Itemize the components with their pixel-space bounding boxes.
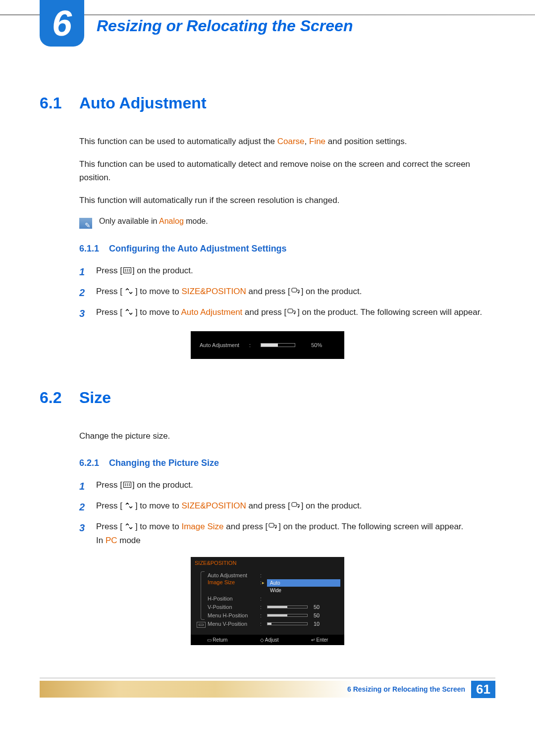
row-value: 50 xyxy=(267,604,340,610)
colon: : xyxy=(260,621,263,627)
highlight-fine: Fine xyxy=(309,137,325,146)
highlight-image-size: Image Size xyxy=(181,522,223,531)
text: and press [ xyxy=(246,501,290,510)
highlight-size-position: SIZE&POSITION xyxy=(181,287,246,296)
slider-value: 50 xyxy=(314,612,320,618)
bracket-icon xyxy=(201,571,205,620)
footer-strip xyxy=(40,681,359,698)
paragraph: Change the picture size. xyxy=(79,430,495,443)
footer-return: ▭ Return xyxy=(207,637,228,643)
row-value: 50 xyxy=(267,612,340,618)
dropdown: Auto Wide xyxy=(267,579,340,594)
note: Only available in Analog mode. xyxy=(79,217,495,229)
text: Press [ xyxy=(96,266,122,275)
text: ] on the product. xyxy=(301,287,362,296)
note-icon xyxy=(79,218,92,229)
slider-value: 50 xyxy=(314,604,320,610)
row-name: Image Size xyxy=(208,579,256,585)
text: mode. xyxy=(184,217,208,225)
slider-fill xyxy=(268,614,287,616)
page-footer: 6 Resizing or Relocating the Screen 61 xyxy=(40,681,495,698)
step: 2 Press [] to move to SIZE&POSITION and … xyxy=(79,499,495,515)
row-name: Auto Adjustment xyxy=(208,572,256,578)
step-number: 3 xyxy=(79,520,96,536)
text: ] on the product. xyxy=(132,266,193,275)
section-6-1-heading: 6.1 Auto Adjustment xyxy=(40,94,495,112)
text: This function can be used to automatical… xyxy=(79,137,277,146)
text: , xyxy=(305,137,309,146)
text: ] on the product. The following screen w… xyxy=(278,522,463,531)
osd-rows: Auto Adjustment : Image Size : Auto Wide xyxy=(208,571,340,628)
slider-fill xyxy=(268,606,287,608)
step-number: 2 xyxy=(79,499,96,515)
enter-icon xyxy=(291,285,300,298)
chapter-badge: 6 xyxy=(40,0,84,47)
colon: : xyxy=(260,596,263,602)
subsection-title: Changing the Picture Size xyxy=(109,458,219,468)
up-down-icon xyxy=(123,520,134,533)
note-text: Only available in Analog mode. xyxy=(99,217,208,226)
row-value: Auto Wide xyxy=(267,579,340,594)
text: In xyxy=(96,536,106,545)
row-name: Menu H-Position xyxy=(208,612,256,618)
text: Press [ xyxy=(96,480,122,490)
up-down-icon xyxy=(123,499,134,512)
text: ] to move to xyxy=(135,501,182,510)
colon: : xyxy=(260,604,263,610)
osd-row: V-Position : 50 xyxy=(208,603,340,611)
row-name: H-Position xyxy=(208,596,256,602)
paragraph: This function will automatically run if … xyxy=(79,194,495,207)
osd-row: Menu V-Position : 10 xyxy=(208,619,340,628)
enter-icon xyxy=(291,499,300,512)
slider xyxy=(267,622,308,625)
text: and press [ xyxy=(246,287,290,296)
function-icon xyxy=(197,622,206,628)
text: mode xyxy=(117,536,141,545)
steps-6-1-1: 1 Press [] on the product. 2 Press [] to… xyxy=(79,264,495,321)
osd-row: H-Position : xyxy=(208,594,340,603)
colon: : xyxy=(260,612,263,618)
step-number: 3 xyxy=(79,305,96,321)
enter-icon xyxy=(268,520,277,533)
osd-row: Auto Adjustment : xyxy=(208,571,340,579)
slider-fill xyxy=(268,623,271,625)
row-name: Menu V-Position xyxy=(208,621,256,627)
menu-icon: ▭ xyxy=(207,637,213,643)
highlight-coarse: Coarse xyxy=(277,137,305,146)
slider-value: 10 xyxy=(314,621,320,627)
text: Return xyxy=(213,637,227,643)
text: Press [ xyxy=(96,501,122,510)
colon: : xyxy=(260,572,263,578)
slider xyxy=(267,614,308,617)
step-body: Press [] on the product. xyxy=(96,264,495,278)
progress-bar xyxy=(261,343,295,347)
subsection-6-2-1-heading: 6.2.1 Changing the Picture Size xyxy=(79,458,495,468)
chapter-title: Resizing or Relocating the Screen xyxy=(97,17,353,35)
step-body: Press [] to move to SIZE&POSITION and pr… xyxy=(96,499,495,513)
osd-menu-body: Auto Adjustment : Image Size : Auto Wide xyxy=(191,571,344,635)
section-6-2-heading: 6.2 Size xyxy=(40,389,495,407)
svg-rect-12 xyxy=(269,523,274,527)
section-number: 6.1 xyxy=(40,94,79,112)
text: and press [ xyxy=(224,522,268,531)
text: Press [ xyxy=(96,287,122,296)
menu-icon xyxy=(123,264,131,277)
osd-left-column xyxy=(195,571,208,628)
slider xyxy=(267,605,308,608)
step-body: Press [] to move to Image Size and press… xyxy=(96,520,495,547)
step: 3 Press [] to move to Image Size and pre… xyxy=(79,520,495,547)
step: 3 Press [] to move to Auto Adjustment an… xyxy=(79,305,495,321)
dropdown-option: Wide xyxy=(267,587,340,594)
up-down-icon xyxy=(123,305,134,319)
row-name: V-Position xyxy=(208,604,256,610)
text: ] to move to xyxy=(135,522,182,531)
osd-menu-footer: ▭ Return ◇ Adjust ↵ Enter xyxy=(191,635,344,645)
highlight-auto-adjustment: Auto Adjustment xyxy=(181,307,243,317)
step: 2 Press [] to move to SIZE&POSITION and … xyxy=(79,285,495,301)
svg-rect-5 xyxy=(292,288,297,292)
content: 6.1 Auto Adjustment This function can be… xyxy=(0,0,535,645)
step-body: Press [] on the product. xyxy=(96,478,495,492)
subsection-6-1-1-heading: 6.1.1 Configuring the Auto Adjustment Se… xyxy=(79,244,495,254)
osd-menu-title: SIZE&POSITION xyxy=(191,557,344,571)
paragraph: This function can be used to automatical… xyxy=(79,135,495,148)
